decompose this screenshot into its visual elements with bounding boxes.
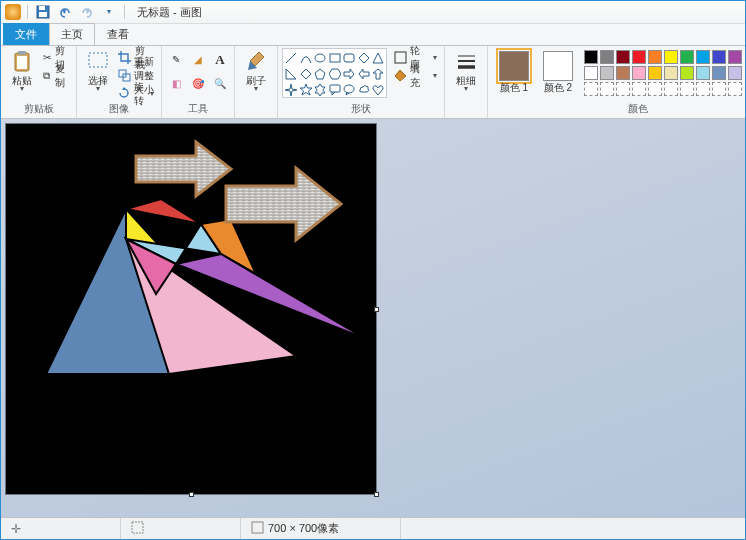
size-button[interactable]: 粗细 ▾ <box>449 48 483 92</box>
shape-rtriangle[interactable] <box>284 66 298 82</box>
text-tool[interactable]: A <box>210 51 230 68</box>
swatch-14[interactable] <box>648 66 662 80</box>
lines-icon <box>454 50 478 74</box>
magnifier-icon: 🔍 <box>214 78 226 89</box>
shape-star4[interactable] <box>284 82 298 98</box>
swatch-0[interactable] <box>584 50 598 64</box>
shape-star5[interactable] <box>298 82 312 98</box>
svg-marker-17 <box>315 69 325 79</box>
swatch-20[interactable] <box>584 82 598 96</box>
swatch-18[interactable] <box>712 66 726 80</box>
shape-callrect[interactable] <box>327 82 341 98</box>
shape-diamond[interactable] <box>298 66 312 82</box>
swatch-8[interactable] <box>712 50 726 64</box>
brush-icon <box>244 50 268 74</box>
shape-roundrect[interactable] <box>342 50 356 66</box>
swatch-12[interactable] <box>616 66 630 80</box>
svg-marker-13 <box>359 53 369 63</box>
save-icon[interactable] <box>34 3 52 21</box>
swatch-13[interactable] <box>632 66 646 80</box>
swatch-22[interactable] <box>616 82 630 96</box>
tab-home[interactable]: 主页 <box>49 23 95 45</box>
svg-rect-12 <box>344 54 354 62</box>
svg-rect-27 <box>395 52 406 63</box>
shape-pentagon[interactable] <box>313 66 327 82</box>
swatch-9[interactable] <box>728 50 742 64</box>
shape-callcloud[interactable] <box>356 82 370 98</box>
shape-triangle[interactable] <box>371 50 385 66</box>
picker-tool[interactable]: 🎯 <box>188 75 208 92</box>
swatch-1[interactable] <box>600 50 614 64</box>
shape-line[interactable] <box>284 50 298 66</box>
group-colors: 颜色 1 颜色 2 编辑颜色 颜色 <box>488 46 746 118</box>
eraser-tool[interactable]: ◧ <box>166 75 186 92</box>
swatch-5[interactable] <box>664 50 678 64</box>
brush-button[interactable]: 刷子 ▾ <box>239 48 273 92</box>
pencil-tool[interactable]: ✎ <box>166 51 186 68</box>
canvas[interactable] <box>6 124 376 494</box>
fill-tool[interactable]: ◢ <box>188 51 208 68</box>
swatch-16[interactable] <box>680 66 694 80</box>
ribbon: 粘贴 ▾ ✂剪切 ⧉复制 剪贴板 选择 ▾ 剪裁 重新调整大小 旋转▾ 图像 <box>1 46 745 119</box>
swatch-23[interactable] <box>632 82 646 96</box>
svg-rect-25 <box>330 85 340 92</box>
swatch-26[interactable] <box>680 82 694 96</box>
swatch-10[interactable] <box>584 66 598 80</box>
svg-rect-2 <box>39 12 47 17</box>
paste-button[interactable]: 粘贴 ▾ <box>5 48 39 92</box>
zoom-tool[interactable]: 🔍 <box>210 75 230 92</box>
swatch-15[interactable] <box>664 66 678 80</box>
shape-oval[interactable] <box>313 50 327 66</box>
color2-button[interactable]: 颜色 2 <box>536 48 580 93</box>
swatch-4[interactable] <box>648 50 662 64</box>
swatch-19[interactable] <box>728 66 742 80</box>
shapes-gallery[interactable] <box>282 48 387 98</box>
group-image-label: 图像 <box>81 102 157 117</box>
svg-rect-4 <box>17 56 27 69</box>
swatch-24[interactable] <box>648 82 662 96</box>
shape-fill-button[interactable]: 填充▾ <box>391 67 440 84</box>
shape-calloval[interactable] <box>342 82 356 98</box>
shape-star6[interactable] <box>313 82 327 98</box>
svg-marker-18 <box>329 69 341 79</box>
rotate-button[interactable]: 旋转▾ <box>115 85 157 102</box>
qat-dropdown-icon[interactable]: ▾ <box>100 3 118 21</box>
shape-rect[interactable] <box>327 50 341 66</box>
swatch-28[interactable] <box>712 82 726 96</box>
swatch-17[interactable] <box>696 66 710 80</box>
swatch-25[interactable] <box>664 82 678 96</box>
resize-handle-right[interactable] <box>374 307 379 312</box>
shape-polygon[interactable] <box>356 50 370 66</box>
copy-button[interactable]: ⧉复制 <box>39 67 72 84</box>
color1-well[interactable] <box>499 51 529 81</box>
swatch-29[interactable] <box>728 82 742 96</box>
svg-marker-22 <box>285 84 297 96</box>
swatch-27[interactable] <box>696 82 710 96</box>
swatch-2[interactable] <box>616 50 630 64</box>
select-button[interactable]: 选择 ▾ <box>81 48 115 92</box>
shape-curve[interactable] <box>298 50 312 66</box>
workspace[interactable] <box>1 119 745 517</box>
swatch-7[interactable] <box>696 50 710 64</box>
svg-line-9 <box>286 53 296 63</box>
swatch-11[interactable] <box>600 66 614 80</box>
app-icon <box>5 4 21 20</box>
shape-arrowu[interactable] <box>371 66 385 82</box>
resize-handle-corner[interactable] <box>374 492 379 497</box>
tab-file[interactable]: 文件 <box>3 23 49 45</box>
redo-icon[interactable] <box>78 3 96 21</box>
swatch-6[interactable] <box>680 50 694 64</box>
shape-arrowr[interactable] <box>342 66 356 82</box>
shape-hexagon[interactable] <box>327 66 341 82</box>
color1-button[interactable]: 颜色 1 <box>492 48 536 93</box>
undo-icon[interactable] <box>56 3 74 21</box>
swatch-21[interactable] <box>600 82 614 96</box>
resize-handle-bottom[interactable] <box>189 492 194 497</box>
tab-view[interactable]: 查看 <box>95 23 141 45</box>
color2-well[interactable] <box>543 51 573 81</box>
fill-icon <box>394 69 407 83</box>
swatch-3[interactable] <box>632 50 646 64</box>
clipboard-icon <box>10 50 34 74</box>
shape-heart[interactable] <box>371 82 385 98</box>
shape-arrowl[interactable] <box>356 66 370 82</box>
